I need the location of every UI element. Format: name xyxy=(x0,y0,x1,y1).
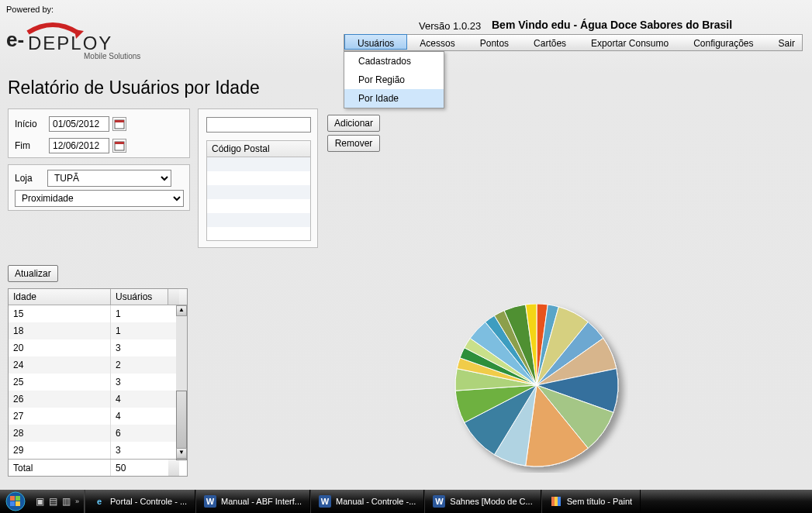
quick-icon-3[interactable]: ▥ xyxy=(62,496,71,507)
cell-usuarios: 4 xyxy=(111,391,168,408)
inicio-input[interactable] xyxy=(49,116,109,132)
cell-idade: 25 xyxy=(9,374,111,391)
table-scrollbar[interactable]: ▲ ▼ xyxy=(176,305,187,459)
table-row[interactable]: 293 xyxy=(9,442,176,459)
total-label: Total xyxy=(9,460,111,476)
adicionar-button[interactable]: Adicionar xyxy=(327,115,380,132)
cell-idade: 24 xyxy=(9,356,111,374)
page-title: Relatório de Usuários por Idade xyxy=(8,77,260,98)
cell-usuarios: 3 xyxy=(111,339,168,356)
cell-idade: 26 xyxy=(9,391,111,408)
codigo-postal-input[interactable] xyxy=(206,117,311,133)
table-row[interactable]: 151 xyxy=(9,305,176,322)
calendar-fim-button[interactable] xyxy=(112,139,126,153)
idade-usuarios-table: Idade Usuários 1511812032422532642742862… xyxy=(8,288,188,477)
taskbar-item-label: Manual - Controle -... xyxy=(336,497,416,506)
col-idade-header[interactable]: Idade xyxy=(9,289,111,305)
cell-idade: 20 xyxy=(9,339,111,356)
pie-chart xyxy=(450,304,628,473)
cell-usuarios: 3 xyxy=(111,374,168,391)
logo-edeploy: e- DEPLOY Mobile Solutions xyxy=(6,15,154,62)
codigo-postal-list[interactable] xyxy=(206,157,311,241)
svg-rect-5 xyxy=(115,120,124,122)
menu-cartoes[interactable]: Cartões xyxy=(521,35,579,50)
table-row[interactable]: 181 xyxy=(9,322,176,339)
fim-label: Fim xyxy=(15,140,49,151)
col-usuarios-header[interactable]: Usuários xyxy=(111,289,168,305)
taskbar-item[interactable]: Sem título - Paint xyxy=(541,490,641,513)
taskbar-item[interactable]: WManual - Controle -... xyxy=(310,490,424,513)
cell-idade: 28 xyxy=(9,425,111,442)
windows-taskbar: ▣ ▤ ▥ » ePortal - Controle - ...WManual … xyxy=(0,490,812,513)
svg-text:e-: e- xyxy=(6,28,24,51)
cell-idade: 15 xyxy=(9,305,111,322)
powered-by-label: Powered by: xyxy=(6,5,54,14)
loja-label: Loja xyxy=(15,173,47,184)
menu-configuracoes[interactable]: Configurações xyxy=(681,35,765,50)
codigo-postal-panel: Código Postal xyxy=(198,108,318,248)
calendar-icon xyxy=(114,119,125,129)
inicio-label: Início xyxy=(15,119,49,129)
word-icon: W xyxy=(433,495,445,508)
dropdown-por-regiao[interactable]: Por Região xyxy=(344,71,444,89)
atualizar-button[interactable]: Atualizar xyxy=(8,265,58,282)
cell-usuarios: 3 xyxy=(111,442,168,459)
svg-rect-15 xyxy=(16,501,20,506)
table-row[interactable]: 253 xyxy=(9,374,176,391)
table-row[interactable]: 264 xyxy=(9,391,176,408)
taskbar-item[interactable]: ePortal - Controle - ... xyxy=(85,490,195,513)
loja-select[interactable]: TUPÃ xyxy=(47,170,171,187)
word-icon: W xyxy=(204,495,216,508)
table-row[interactable]: 203 xyxy=(9,339,176,356)
cell-usuarios: 6 xyxy=(111,425,168,442)
codigo-postal-header: Código Postal xyxy=(206,140,311,157)
quick-icon-1[interactable]: ▣ xyxy=(36,496,44,507)
cell-idade: 29 xyxy=(9,442,111,459)
quick-launch: ▣ ▤ ▥ » xyxy=(31,490,85,513)
taskbar-item[interactable]: WSahnes [Modo de C... xyxy=(424,490,541,513)
cell-usuarios: 1 xyxy=(111,305,168,322)
scope-select[interactable]: Proximidade xyxy=(15,190,184,207)
menu-usuarios[interactable]: Usuários xyxy=(344,34,407,50)
svg-rect-14 xyxy=(10,501,15,506)
taskbar-item-label: Portal - Controle - ... xyxy=(110,497,187,506)
table-row[interactable]: 286 xyxy=(9,425,176,442)
dropdown-por-idade[interactable]: Por Idade xyxy=(344,89,444,108)
menu-exportar-consumo[interactable]: Exportar Consumo xyxy=(579,35,681,50)
cell-usuarios: 4 xyxy=(111,408,168,425)
postal-buttons-panel: Adicionar Remover xyxy=(323,108,385,157)
cell-idade: 18 xyxy=(9,322,111,339)
table-row[interactable]: 274 xyxy=(9,408,176,425)
table-row[interactable]: 242 xyxy=(9,356,176,374)
calendar-inicio-button[interactable] xyxy=(112,117,126,131)
scroll-down-icon[interactable]: ▼ xyxy=(176,448,187,459)
loja-filter-panel: Loja TUPÃ Proximidade xyxy=(8,164,190,211)
taskbar-item-label: Manual - ABF Interf... xyxy=(221,497,302,506)
windows-start-icon xyxy=(5,491,26,511)
quick-expand-icon[interactable]: » xyxy=(75,498,79,505)
paint-icon xyxy=(550,495,562,508)
total-value: 50 xyxy=(111,460,168,476)
svg-rect-10 xyxy=(115,142,124,144)
menu-pontos[interactable]: Pontos xyxy=(468,35,521,50)
taskbar-item[interactable]: WManual - ABF Interf... xyxy=(195,490,310,513)
svg-rect-16 xyxy=(551,497,555,506)
quick-icon-2[interactable]: ▤ xyxy=(49,496,57,507)
svg-text:Mobile Solutions: Mobile Solutions xyxy=(84,52,140,60)
remover-button[interactable]: Remover xyxy=(327,135,380,152)
cell-usuarios: 2 xyxy=(111,356,168,374)
dropdown-cadastrados[interactable]: Cadastrados xyxy=(344,52,444,71)
cell-idade: 27 xyxy=(9,408,111,425)
svg-text:DEPLOY: DEPLOY xyxy=(28,33,112,53)
date-filter-panel: Início Fim xyxy=(8,108,190,158)
fim-input[interactable] xyxy=(49,138,109,153)
start-button[interactable] xyxy=(0,490,31,513)
svg-rect-13 xyxy=(16,496,20,501)
menu-sair[interactable]: Sair xyxy=(766,35,807,50)
taskbar-item-label: Sem título - Paint xyxy=(567,497,632,506)
scroll-up-icon[interactable]: ▲ xyxy=(176,305,187,316)
menu-acessos[interactable]: Acessos xyxy=(407,35,467,50)
cell-usuarios: 1 xyxy=(111,322,168,339)
ie-icon: e xyxy=(93,495,105,508)
svg-rect-12 xyxy=(10,496,15,501)
